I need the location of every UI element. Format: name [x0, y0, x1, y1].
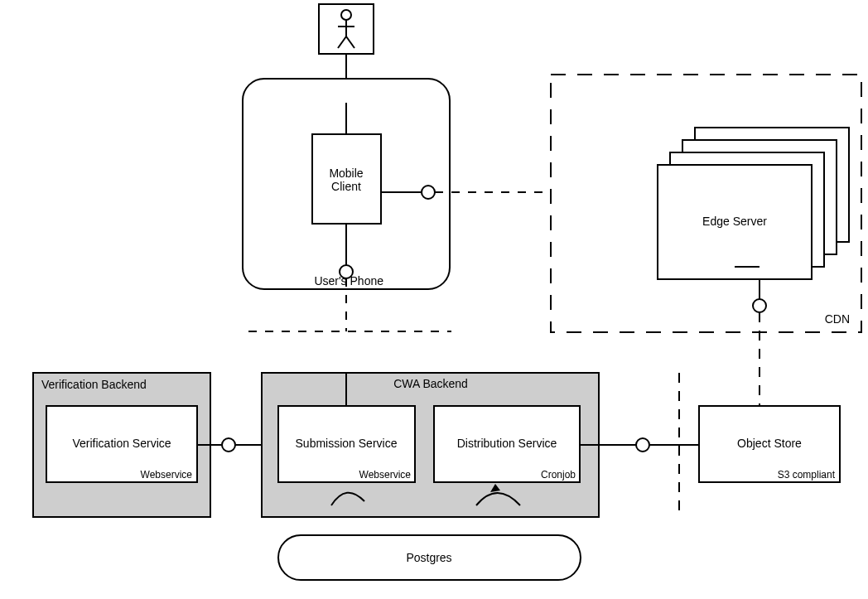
cwa-backend-label: CWA Backend — [393, 377, 468, 390]
cdn: CDN Edge Server — [551, 75, 861, 332]
postgres: Postgres — [278, 535, 581, 580]
distribution-service-label: Distribution Service — [457, 437, 557, 450]
port-phone-right — [422, 186, 435, 199]
cdn-label: CDN — [825, 312, 850, 326]
cwa-backend: CWA Backend Submission Service Webservic… — [262, 331, 599, 517]
postgres-label: Postgres — [406, 551, 451, 564]
port-verification-right — [222, 438, 235, 452]
svg-point-1 — [341, 10, 351, 20]
verification-service-label: Verification Service — [72, 437, 171, 450]
edge-server-label: Edge Server — [702, 215, 767, 228]
object-store-stereotype: S3 compliant — [778, 469, 836, 481]
mobile-client-label-1: Mobile — [329, 167, 363, 180]
port-cdn-bottom — [753, 299, 766, 312]
distribution-service-stereotype: Cronjob — [541, 469, 576, 481]
port-phone-bottom — [340, 265, 353, 278]
submission-service-stereotype: Webservice — [359, 469, 412, 481]
actor-user — [319, 4, 374, 54]
verification-backend: Verification Backend Verification Servic… — [33, 373, 210, 517]
verification-backend-label: Verification Backend — [41, 378, 147, 391]
port-cwa-right — [636, 438, 649, 452]
verification-service-stereotype: Webservice — [141, 469, 193, 481]
object-store-label: Object Store — [737, 437, 802, 450]
object-store: Object Store S3 compliant — [699, 406, 840, 482]
architecture-diagram: User's Phone Mobile Client CDN Edge Serv… — [0, 0, 868, 599]
mobile-client-label-2: Client — [331, 180, 361, 193]
submission-service-label: Submission Service — [296, 437, 398, 450]
